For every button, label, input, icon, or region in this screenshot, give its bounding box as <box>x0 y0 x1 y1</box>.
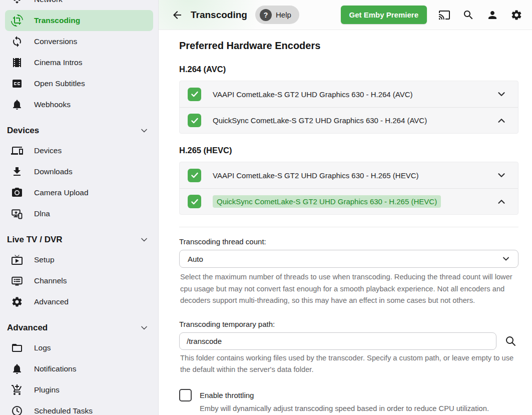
encoder-row[interactable]: QuickSync CometLake-S GT2 UHD Graphics 6… <box>180 188 518 214</box>
bell-icon <box>11 363 23 375</box>
codec-heading-h265: H.265 (HEVC) <box>179 146 518 155</box>
sidebar-item-label: Advanced <box>34 297 69 306</box>
sidebar-item-dlna[interactable]: Dlna <box>0 203 158 224</box>
encoder-row[interactable]: QuickSync CometLake-S GT2 UHD Graphics 6… <box>180 107 518 133</box>
sidebar-item-label: Plugins <box>34 385 60 394</box>
bell-icon <box>11 99 23 111</box>
tv-list-icon <box>11 275 23 287</box>
encoder-row[interactable]: VAAPI CometLake-S GT2 UHD Graphics 630 -… <box>180 162 518 188</box>
sidebar-item-label: Scheduled Tasks <box>34 406 93 415</box>
checkbox-checked-icon[interactable] <box>188 169 201 182</box>
sidebar-item-camera-upload[interactable]: Camera Upload <box>0 182 158 203</box>
sidebar-section-advanced[interactable]: Advanced <box>0 318 158 337</box>
camera-icon <box>11 187 23 199</box>
sidebar-section-label: Live TV / DVR <box>7 235 63 245</box>
sidebar-section-devices[interactable]: Devices <box>0 121 158 140</box>
sidebar-item-plugins[interactable]: Plugins <box>0 379 158 400</box>
temp-path-help: This folder contains working files used … <box>179 352 518 376</box>
user-icon[interactable] <box>486 9 499 22</box>
sidebar-section-livetv[interactable]: Live TV / DVR <box>0 230 158 249</box>
chevron-down-icon[interactable] <box>496 89 507 100</box>
thread-count-select[interactable]: Auto <box>179 250 518 268</box>
gear-icon[interactable] <box>510 9 523 22</box>
gear-icon <box>11 296 23 308</box>
sidebar-item-webhooks[interactable]: Webhooks <box>0 94 158 115</box>
checkbox-checked-icon[interactable] <box>188 114 201 127</box>
sidebar-item-conversions[interactable]: Conversions <box>0 31 158 52</box>
sidebar-item-label: Setup <box>34 255 55 264</box>
main-area: Transcoding ? Help Get Emby Premiere <box>159 0 532 415</box>
sidebar-item-label: Webhooks <box>34 100 71 109</box>
checkbox-checked-icon[interactable] <box>188 195 201 208</box>
sidebar-item-label: Logs <box>34 343 51 352</box>
sidebar-item-label: Network <box>34 0 63 4</box>
sidebar-item-scheduled-tasks[interactable]: Scheduled Tasks <box>0 400 158 415</box>
browse-search-icon[interactable] <box>504 335 516 347</box>
sidebar-item-notifications[interactable]: Notifications <box>0 358 158 379</box>
chevron-down-icon[interactable] <box>496 170 507 181</box>
encoder-label: QuickSync CometLake-S GT2 UHD Graphics 6… <box>213 116 496 125</box>
sidebar-item-open-subtitles[interactable]: Open Subtitles <box>0 73 158 94</box>
throttling-help: Emby will dynamically adjust transcoding… <box>200 403 518 414</box>
checkbox-checked-icon[interactable] <box>188 88 201 101</box>
chevron-up-icon[interactable] <box>496 196 507 207</box>
chevron-up-icon[interactable] <box>496 115 507 126</box>
sidebar-item-transcoding[interactable]: Transcoding <box>5 10 153 31</box>
settings-content: Preferred Hardware Encoders H.264 (AVC) … <box>159 30 532 415</box>
encoder-card-h265: VAAPI CometLake-S GT2 UHD Graphics 630 -… <box>179 162 518 215</box>
divider <box>179 227 518 227</box>
back-button[interactable] <box>171 9 184 22</box>
sidebar-item-livetv-advanced[interactable]: Advanced <box>0 291 158 312</box>
help-button-label: Help <box>276 11 291 19</box>
sidebar-item-label: Camera Upload <box>34 188 89 197</box>
header-icon-group <box>427 9 523 22</box>
search-icon[interactable] <box>462 9 475 22</box>
sidebar-item-devices[interactable]: Devices <box>0 140 158 161</box>
sidebar-item-label: Cinema Intros <box>34 58 82 67</box>
throttling-label: Enable throttling <box>200 391 254 399</box>
encoder-row[interactable]: VAAPI CometLake-S GT2 UHD Graphics 630 -… <box>180 81 518 107</box>
get-emby-premiere-button[interactable]: Get Emby Premiere <box>341 6 427 24</box>
sidebar-item-downloads[interactable]: Downloads <box>0 161 158 182</box>
sidebar-item-label: Conversions <box>34 37 77 46</box>
download-icon <box>11 166 23 178</box>
encoder-card-h264: VAAPI CometLake-S GT2 UHD Graphics 630 -… <box>179 81 518 134</box>
throttling-row: Enable throttling <box>179 389 518 401</box>
page-title: Transcoding <box>191 10 247 21</box>
sidebar-item-label: Notifications <box>34 364 76 373</box>
wifi-icon <box>11 0 23 6</box>
cart-plus-icon <box>11 384 23 396</box>
throttling-checkbox[interactable] <box>179 389 192 401</box>
sidebar-item-cinema-intros[interactable]: Cinema Intros <box>0 52 158 73</box>
sidebar-item-setup[interactable]: Setup <box>0 249 158 270</box>
sync-icon <box>11 36 23 48</box>
help-button[interactable]: ? Help <box>255 6 299 24</box>
sidebar-item-channels[interactable]: Channels <box>0 270 158 291</box>
cast-icon[interactable] <box>438 9 451 22</box>
encoder-label-highlighted: QuickSync CometLake-S GT2 UHD Graphics 6… <box>213 195 441 208</box>
live-tv-icon <box>11 254 23 266</box>
sidebar-item-label: Open Subtitles <box>34 79 85 88</box>
app-window: Network Transcoding Conversions Cinema I… <box>0 0 532 415</box>
encoder-label: VAAPI CometLake-S GT2 UHD Graphics 630 -… <box>213 90 496 99</box>
crop-rotate-icon <box>11 15 23 27</box>
thread-count-value: Auto <box>188 255 203 263</box>
chevron-down-icon <box>139 235 149 245</box>
chevron-down-icon <box>501 254 511 264</box>
sidebar-item-label: Channels <box>34 276 67 285</box>
clock-icon <box>11 405 23 415</box>
sidebar-item-label: Devices <box>34 146 62 155</box>
chevron-down-icon <box>139 323 149 333</box>
app-header: Transcoding ? Help Get Emby Premiere <box>159 0 532 30</box>
sidebar-item-label: Transcoding <box>34 16 80 25</box>
codec-heading-h264: H.264 (AVC) <box>179 65 518 74</box>
thread-count-label: Transcoding thread count: <box>179 237 518 246</box>
temp-path-row <box>179 332 518 350</box>
sidebar-item-network[interactable]: Network <box>0 0 158 10</box>
closed-caption-icon <box>11 78 23 90</box>
question-mark-icon: ? <box>260 9 272 21</box>
temp-path-input[interactable] <box>179 332 496 350</box>
encoder-label: VAAPI CometLake-S GT2 UHD Graphics 630 -… <box>213 171 496 180</box>
temp-path-label: Transcoding temporary path: <box>179 320 518 328</box>
sidebar-item-logs[interactable]: Logs <box>0 337 158 358</box>
